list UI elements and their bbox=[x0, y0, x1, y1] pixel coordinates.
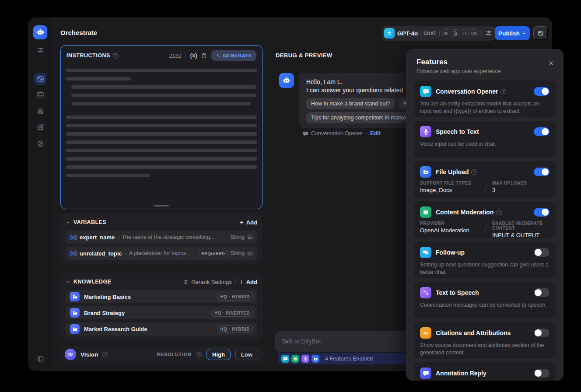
openai-logo-icon bbox=[384, 28, 395, 38]
opener-feature-icon bbox=[281, 355, 289, 363]
help-icon[interactable] bbox=[496, 210, 502, 215]
collapse-sidebar-icon[interactable] bbox=[34, 353, 46, 365]
sidebar-item-logs[interactable] bbox=[34, 105, 46, 117]
help-icon[interactable] bbox=[102, 352, 108, 357]
meta-label: ENABLED MODERATE CONTENT bbox=[492, 221, 550, 231]
field-type-icon[interactable] bbox=[247, 251, 253, 256]
variable-name: unrelated_topic bbox=[80, 250, 122, 257]
knowledge-name: Marketing Basics bbox=[84, 294, 214, 300]
generate-button[interactable]: GENERATE bbox=[211, 50, 256, 61]
app-logo-robot-icon[interactable] bbox=[33, 25, 47, 39]
instructions-title: INSTRUCTIONS bbox=[66, 52, 110, 59]
suggested-question-chip[interactable]: How to make a brand stand out? bbox=[306, 98, 395, 109]
sidebar-item-api-terminal[interactable] bbox=[34, 88, 46, 101]
workspace-settings-icon[interactable] bbox=[34, 44, 46, 56]
model-capability-badges bbox=[442, 29, 478, 37]
insert-variable-icon[interactable]: {x} bbox=[190, 52, 197, 59]
text-to-speech-toggle[interactable] bbox=[534, 288, 550, 297]
history-icon bbox=[537, 30, 544, 37]
field-type-icon[interactable] bbox=[247, 234, 253, 240]
help-icon[interactable] bbox=[500, 89, 506, 94]
variable-type: String bbox=[230, 234, 245, 240]
follow-up-toggle[interactable] bbox=[534, 248, 550, 257]
meta-value: OpenAI Moderation bbox=[420, 227, 486, 234]
variable-name: expert_name bbox=[80, 234, 115, 241]
meta-value: 3 bbox=[492, 187, 550, 193]
divider bbox=[186, 52, 186, 59]
divider bbox=[235, 279, 236, 285]
sidebar-item-annotations[interactable] bbox=[34, 121, 46, 133]
feature-description: Setting up next questions suggestion can… bbox=[420, 261, 550, 276]
citations-icon bbox=[420, 327, 431, 339]
content-moderation-toggle[interactable] bbox=[534, 208, 550, 217]
file-upload-toggle[interactable] bbox=[534, 168, 550, 176]
knowledge-row[interactable]: Market Research Guide HQ · HYBRID bbox=[66, 322, 257, 336]
chevron-down-icon[interactable] bbox=[66, 280, 70, 284]
resolution-high-button[interactable]: High bbox=[206, 349, 231, 360]
folderup-feature-icon bbox=[312, 355, 319, 363]
close-icon[interactable] bbox=[548, 60, 554, 66]
knowledge-row[interactable]: Marketing Basics HQ · HYBRID bbox=[66, 290, 257, 303]
suggested-question-chip[interactable]: Tips for analyzing competitors in market bbox=[306, 112, 412, 123]
version-history-button[interactable] bbox=[533, 26, 548, 40]
help-icon[interactable] bbox=[471, 169, 477, 175]
model-mode-badge: CHAT bbox=[420, 30, 439, 37]
feature-label: Text to Speech bbox=[436, 289, 479, 296]
instructions-redacted-text[interactable] bbox=[61, 63, 262, 181]
copy-clipboard-icon[interactable] bbox=[201, 52, 207, 59]
publish-button[interactable]: Publish bbox=[495, 26, 530, 40]
redacted-text-line bbox=[66, 157, 257, 161]
rerank-settings-button[interactable]: Rerank Settings bbox=[183, 279, 232, 285]
publish-label: Publish bbox=[498, 30, 520, 37]
edit-opener-link[interactable]: Edit bbox=[370, 130, 381, 136]
feature-label: Content Moderation bbox=[436, 209, 494, 216]
features-panel: Features Enhance web app user experience… bbox=[406, 49, 564, 381]
resolution-low-button[interactable]: Low bbox=[235, 349, 258, 360]
variable-type: String bbox=[230, 250, 245, 256]
feature-description: Voice input can be used in chat. bbox=[420, 140, 550, 148]
citations-toggle[interactable] bbox=[534, 329, 550, 337]
model-selector[interactable]: GPT-4o CHAT bbox=[382, 26, 496, 41]
knowledge-title: KNOWLEDGE bbox=[74, 279, 111, 285]
variable-row[interactable]: {x} unrelated_topic · A placeholder for … bbox=[66, 247, 257, 260]
knowledge-section: KNOWLEDGE Rerank Settings Add bbox=[60, 273, 262, 340]
chevron-down-icon[interactable] bbox=[66, 220, 70, 225]
meta-label: SUPPORT FILE TYPES bbox=[420, 181, 486, 186]
help-icon[interactable] bbox=[113, 53, 119, 59]
variable-icon: {x} bbox=[70, 234, 77, 240]
annotation-reply-toggle[interactable] bbox=[534, 369, 550, 378]
redacted-text-line bbox=[71, 102, 251, 105]
features-panel-title: Features bbox=[416, 58, 553, 66]
instructions-panel[interactable]: INSTRUCTIONS 2182 {x} GE bbox=[60, 45, 262, 209]
redacted-text-line bbox=[71, 85, 256, 89]
resize-handle[interactable] bbox=[154, 205, 169, 206]
document-icon bbox=[452, 29, 459, 37]
feature-card-file-upload: File Upload SUPPORT FILE TYPES Image, Do… bbox=[414, 161, 556, 198]
feature-card-follow-up: Follow-up Setting up next questions sugg… bbox=[414, 242, 556, 278]
model-name: GPT-4o bbox=[397, 30, 418, 37]
vision-icon bbox=[442, 29, 450, 37]
redacted-text-line bbox=[66, 116, 257, 119]
add-knowledge-button[interactable]: Add bbox=[239, 279, 257, 285]
sidebar-item-monitoring[interactable] bbox=[34, 137, 46, 150]
redacted-text-line bbox=[66, 174, 150, 177]
redacted-text-line bbox=[66, 77, 131, 80]
feature-card-citations: Citations and Attributions Show source d… bbox=[414, 322, 556, 359]
redacted-text-line bbox=[66, 149, 257, 152]
knowledge-row[interactable]: Brand Strategy HQ · INVERTED bbox=[66, 306, 257, 319]
sidebar bbox=[28, 18, 52, 371]
variable-row[interactable]: {x} expert_name · The name of the strate… bbox=[66, 231, 257, 244]
plus-icon bbox=[239, 220, 244, 225]
redacted-text-line bbox=[66, 69, 257, 72]
sidebar-item-orchestrate[interactable] bbox=[34, 73, 46, 85]
variable-icon: {x} bbox=[70, 250, 77, 256]
sidebar-divider bbox=[35, 65, 46, 65]
speech-to-text-toggle[interactable] bbox=[534, 127, 550, 136]
header-divider bbox=[491, 30, 491, 37]
feature-meta: SUPPORT FILE TYPES Image, Docs MAX UPLOA… bbox=[420, 181, 550, 194]
feature-label: Follow-up bbox=[436, 249, 465, 256]
help-icon[interactable] bbox=[196, 352, 202, 357]
conversation-opener-toggle[interactable] bbox=[534, 87, 550, 96]
add-variable-button[interactable]: Add bbox=[239, 219, 257, 226]
feature-card-annotation-reply: Annotation Reply bbox=[414, 362, 556, 381]
